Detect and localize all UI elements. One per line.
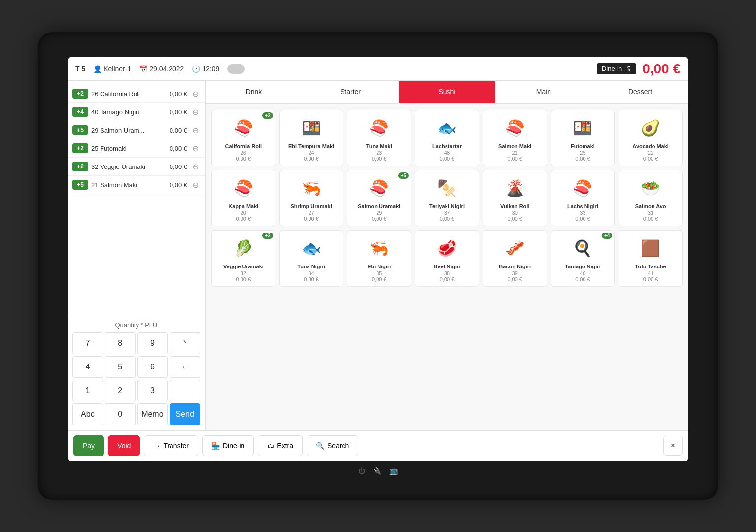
menu-item-num: 34 <box>283 270 340 276</box>
close-button[interactable]: × <box>663 436 683 456</box>
item-price: 0,00 € <box>170 127 187 134</box>
menu-item-price: 0,00 € <box>283 156 340 162</box>
key-Send[interactable]: Send <box>170 403 200 425</box>
key-3[interactable]: 3 <box>137 380 168 401</box>
menu-item-35[interactable]: 🦐 Ebi Nigiri 35 0,00 € <box>347 230 411 286</box>
remove-button[interactable]: ⊖ <box>190 180 200 190</box>
menu-item-image: 🍣 <box>568 174 597 201</box>
dine-in-button[interactable]: 🏪 Dine-in <box>202 435 254 456</box>
remove-button[interactable]: ⊖ <box>190 126 200 135</box>
dine-in-badge: Dine-in 🖨 <box>597 63 636 74</box>
extra-button[interactable]: 🗂 Extra <box>258 435 303 456</box>
qty-badge: +2 <box>72 143 88 153</box>
search-button[interactable]: 🔍 Search <box>307 435 358 456</box>
menu-item-image: 🦐 <box>297 174 326 201</box>
key-6[interactable]: 6 <box>137 356 168 378</box>
menu-item-23[interactable]: 🍣 Tuna Maki 23 0,00 € <box>347 110 411 166</box>
menu-item-33[interactable]: 🍣 Lachs Nigiri 33 0,00 € <box>551 170 615 226</box>
qty-badge: +5 <box>72 180 88 190</box>
menu-item-32[interactable]: +2 🥬 Veggie Uramaki 32 0,00 € <box>211 230 275 286</box>
key-1[interactable]: 1 <box>72 380 103 401</box>
menu-item-price: 0,00 € <box>486 276 544 282</box>
menu-item-image: 🐟 <box>432 114 462 141</box>
key-9[interactable]: 9 <box>137 332 168 354</box>
transfer-button[interactable]: → Transfer <box>144 435 198 456</box>
menu-item-image: 🥗 <box>636 174 665 201</box>
menu-item-24[interactable]: 🍱 Ebi Tempura Maki 24 0,00 € <box>279 110 344 166</box>
menu-badge: +2 <box>262 112 273 119</box>
right-panel: DrinkStarterSushiMainDessert +2 🍣 Califo… <box>206 81 688 430</box>
menu-item-29[interactable]: +5 🍣 Salmon Uramaki 29 0,00 € <box>347 170 411 226</box>
pay-button[interactable]: Pay <box>73 435 104 456</box>
menu-item-31[interactable]: 🥗 Salmon Avo 31 0,00 € <box>619 170 683 226</box>
menu-item-39[interactable]: 🥓 Bacon Nigiri 39 0,00 € <box>483 230 547 286</box>
menu-item-41[interactable]: 🟫 Tofu Tasche 41 0,00 € <box>619 230 683 286</box>
menu-item-25[interactable]: 🍱 Futomaki 25 0,00 € <box>551 110 615 166</box>
key-*[interactable]: * <box>170 332 200 354</box>
order-item: +5 29 Salmon Uram... 0,00 € ⊖ <box>68 121 205 139</box>
left-panel: +2 26 California Roll 0,00 € ⊖ +4 40 Tam… <box>68 81 206 430</box>
tab-dessert[interactable]: Dessert <box>592 81 688 103</box>
tab-sushi[interactable]: Sushi <box>399 81 495 103</box>
item-price: 0,00 € <box>170 163 187 170</box>
menu-item-name: Vulkan Roll <box>486 203 544 210</box>
tab-main[interactable]: Main <box>495 81 592 103</box>
menu-item-name: Salmon Uramaki <box>350 203 408 210</box>
menu-item-price: 0,00 € <box>215 216 272 222</box>
remove-button[interactable]: ⊖ <box>190 89 200 99</box>
order-item: +4 40 Tamago Nigiri 0,00 € ⊖ <box>68 103 205 121</box>
toggle-switch[interactable] <box>227 64 245 74</box>
key-7[interactable]: 7 <box>72 332 103 354</box>
menu-item-40[interactable]: +4 🍳 Tamago Nigiri 40 0,00 € <box>551 230 615 286</box>
key-2[interactable]: 2 <box>105 380 136 401</box>
key-Abc[interactable]: Abc <box>72 403 103 425</box>
key-8[interactable]: 8 <box>105 332 136 354</box>
item-name: 25 Futomaki <box>91 145 167 152</box>
void-button[interactable]: Void <box>108 435 140 456</box>
menu-item-num: 37 <box>418 210 476 216</box>
menu-item-20[interactable]: 🍣 Kappa Maki 20 0,00 € <box>211 170 275 226</box>
remove-button[interactable]: ⊖ <box>190 162 200 171</box>
remove-button[interactable]: ⊖ <box>190 107 200 117</box>
menu-item-image: 🍱 <box>568 114 597 141</box>
menu-item-26[interactable]: +2 🍣 California Roll 26 0,00 € <box>211 110 275 166</box>
menu-item-name: Ebi Nigiri <box>350 264 408 270</box>
item-price: 0,00 € <box>170 90 187 98</box>
menu-item-38[interactable]: 🥩 Beef Nigiri 38 0,00 € <box>415 230 479 286</box>
menu-badge: +5 <box>398 172 409 179</box>
order-item: +5 21 Salmon Maki 0,00 € ⊖ <box>68 176 205 194</box>
key-4[interactable]: 4 <box>72 356 103 378</box>
main-content: +2 26 California Roll 0,00 € ⊖ +4 40 Tam… <box>68 81 688 430</box>
remove-button[interactable]: ⊖ <box>190 144 200 153</box>
menu-item-name: Tuna Nigiri <box>283 264 340 270</box>
tab-drink[interactable]: Drink <box>206 81 302 103</box>
menu-item-37[interactable]: 🍢 Teriyaki Nigiri 37 0,00 € <box>415 170 479 226</box>
menu-item-num: 24 <box>283 150 340 156</box>
menu-item-price: 0,00 € <box>350 156 408 162</box>
menu-item-21[interactable]: 🍣 Salmon Maki 21 0,00 € <box>483 110 547 166</box>
key-5[interactable]: 5 <box>105 356 136 378</box>
item-price: 0,00 € <box>170 145 187 152</box>
key-←[interactable]: ← <box>170 356 200 378</box>
menu-item-num: 25 <box>554 150 612 156</box>
total-price: 0,00 € <box>642 61 681 77</box>
menu-item-30[interactable]: 🌋 Vulkan Roll 30 0,00 € <box>483 170 547 226</box>
qty-badge: +4 <box>72 107 88 117</box>
menu-item-34[interactable]: 🐟 Tuna Nigiri 34 0,00 € <box>279 230 344 286</box>
menu-item-price: 0,00 € <box>622 216 679 222</box>
item-price: 0,00 € <box>170 108 187 116</box>
qty-badge: +2 <box>72 89 88 99</box>
key-0[interactable]: 0 <box>105 403 136 425</box>
menu-item-27[interactable]: 🦐 Shrimp Uramaki 27 0,00 € <box>279 170 344 226</box>
menu-item-22[interactable]: 🥑 Avocado Maki 22 0,00 € <box>619 110 683 166</box>
menu-item-num: 38 <box>418 270 476 276</box>
order-list: +2 26 California Roll 0,00 € ⊖ +4 40 Tam… <box>68 81 205 316</box>
menu-item-name: Veggie Uramaki <box>215 264 272 270</box>
key-Memo[interactable]: Memo <box>137 403 168 425</box>
menu-item-image: 🥓 <box>500 234 530 262</box>
tab-starter[interactable]: Starter <box>302 81 399 103</box>
menu-item-price: 0,00 € <box>418 156 476 162</box>
device-frame: T 5 👤 Kellner-1 📅 29.04.2022 🕐 12:09 Din… <box>38 32 718 500</box>
quantity-label: Quantity * PLU <box>72 321 200 329</box>
menu-item-48[interactable]: 🐟 Lachstartar 48 0,00 € <box>415 110 479 166</box>
